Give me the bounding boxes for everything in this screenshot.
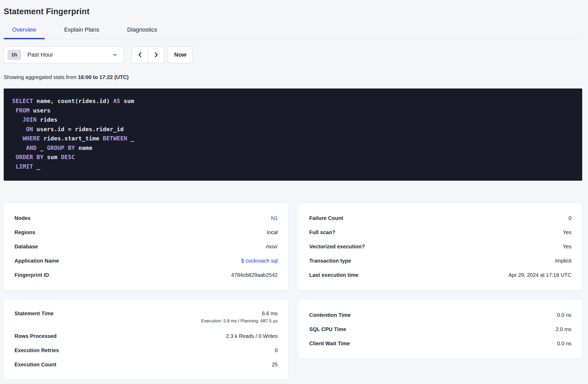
info-value: Yes bbox=[563, 244, 571, 250]
info-label: Full scan? bbox=[309, 229, 335, 235]
info-row: Execution Retries 0 bbox=[14, 343, 278, 357]
chevron-down-icon bbox=[112, 52, 118, 57]
info-value: 0 bbox=[275, 347, 278, 353]
info-label: Statement Time bbox=[14, 311, 54, 317]
time-nav-button-group bbox=[132, 46, 164, 63]
sql-code-line: AND _ GROUP BY name bbox=[12, 143, 574, 153]
nodes-link[interactable]: N1 bbox=[271, 215, 278, 221]
info-label: SQL CPU Time bbox=[309, 326, 346, 332]
now-button[interactable]: Now bbox=[168, 46, 193, 63]
chevron-right-icon bbox=[153, 52, 159, 58]
info-label: Client Wait Time bbox=[309, 341, 350, 347]
info-value: 0.0 ns bbox=[557, 341, 571, 347]
application-name-link[interactable]: $ cockroach sql bbox=[241, 258, 278, 264]
stats-note-prefix: Showing aggregated stats from bbox=[4, 74, 78, 80]
info-value: 0 bbox=[569, 215, 571, 221]
info-label: Application Name bbox=[14, 258, 59, 264]
info-row: Vectorized execution? Yes bbox=[309, 239, 571, 254]
info-label: Vectorized execution? bbox=[309, 244, 365, 250]
info-value: local bbox=[267, 229, 278, 235]
info-row: Statement Time 6.6 ms Execution: 5.8 ms … bbox=[14, 308, 278, 329]
info-row: Last execution time Apr 29, 2024 at 17:1… bbox=[309, 268, 571, 282]
time-range-dropdown[interactable]: 1h Past Hour bbox=[4, 46, 124, 63]
statement-fingerprint-page: Statement Fingerprint Overview Explain P… bbox=[0, 0, 588, 384]
last-execution-time-value: Apr 29, 2024 at 17:18 UTC bbox=[509, 272, 571, 278]
info-value: movr bbox=[266, 244, 278, 250]
time-controls: 1h Past Hour Now bbox=[4, 46, 582, 63]
sql-code-line: LIMIT _ bbox=[12, 162, 574, 171]
tab-explain-plans[interactable]: Explain Plans bbox=[56, 26, 108, 39]
info-label: Transaction type bbox=[309, 258, 351, 264]
info-label: Database bbox=[14, 244, 38, 250]
info-row: Database movr bbox=[14, 239, 278, 254]
info-label: Execution Retries bbox=[14, 347, 59, 353]
info-value: 0.0 ns bbox=[557, 312, 571, 318]
sql-statement-box: SELECT name, count(rides.id) AS sum FROM… bbox=[4, 88, 582, 181]
sql-code-line: ORDER BY sum DESC bbox=[12, 152, 574, 162]
fingerprint-id-value: 4784cb829aab2542 bbox=[231, 272, 278, 278]
sql-statement: SELECT name, count(rides.id) AS sum FROM… bbox=[12, 96, 574, 171]
info-value: Yes bbox=[563, 229, 571, 235]
next-time-button[interactable] bbox=[148, 47, 164, 63]
info-label: Regions bbox=[14, 229, 35, 235]
info-row: Transaction type Implicit bbox=[309, 254, 571, 268]
info-row: Regions local bbox=[14, 225, 278, 239]
wait-stats-card: Contention Time 0.0 ns SQL CPU Time 2.0 … bbox=[298, 300, 582, 359]
stats-note-range: 16:00 to 17:22 (UTC) bbox=[78, 74, 128, 80]
info-label: Fingerprint ID bbox=[14, 272, 49, 278]
info-row: Execution Count 25 bbox=[14, 357, 278, 372]
info-label: Failure Count bbox=[309, 215, 343, 221]
statement-time-value-block: 6.6 ms Execution: 5.8 ms / Planning: 687… bbox=[201, 311, 278, 324]
info-value: 6.6 ms bbox=[262, 311, 278, 317]
info-row: Fingerprint ID 4784cb829aab2542 bbox=[14, 268, 278, 282]
info-row: Client Wait Time 0.0 ns bbox=[309, 336, 571, 351]
tab-diagnostics[interactable]: Diagnostics bbox=[119, 26, 166, 39]
info-row: Failure Count 0 bbox=[309, 211, 571, 225]
page-title: Statement Fingerprint bbox=[4, 7, 582, 16]
info-label: Last execution time bbox=[309, 272, 358, 278]
sql-code-line: SELECT name, count(rides.id) AS sum bbox=[12, 96, 574, 106]
info-row: SQL CPU Time 2.0 ms bbox=[309, 322, 571, 336]
summary-cards: Nodes N1 Regions local Database movr App… bbox=[4, 203, 582, 380]
info-value: 25 bbox=[272, 362, 278, 368]
info-row: Nodes N1 bbox=[14, 211, 278, 225]
sql-code-line: JOIN rides bbox=[12, 115, 574, 125]
info-row: Contention Time 0.0 ns bbox=[309, 308, 571, 322]
sql-code-line: FROM users bbox=[12, 106, 574, 115]
chevron-left-icon bbox=[137, 52, 143, 58]
info-row: Rows Processed 2.3 k Reads / 0 Writes bbox=[14, 329, 278, 343]
tab-overview[interactable]: Overview bbox=[4, 26, 45, 39]
info-label: Nodes bbox=[14, 215, 31, 221]
time-range-label: Past Hour bbox=[27, 51, 53, 58]
info-label: Rows Processed bbox=[14, 333, 57, 339]
info-label: Contention Time bbox=[309, 312, 351, 318]
sql-code-line: ON users.id = rides.rider_id bbox=[12, 125, 574, 134]
sql-code-line: WHERE rides.start_time BETWEEN _ bbox=[12, 134, 574, 143]
statement-time-breakdown: Execution: 5.8 ms / Planning: 687.5 µs bbox=[201, 318, 278, 324]
statement-info-card: Nodes N1 Regions local Database movr App… bbox=[4, 203, 288, 290]
timing-stats-card: Statement Time 6.6 ms Execution: 5.8 ms … bbox=[4, 300, 288, 380]
tabs-bar: Overview Explain Plans Diagnostics bbox=[4, 26, 582, 39]
info-value: Implicit bbox=[555, 258, 571, 264]
info-row: Application Name $ cockroach sql bbox=[14, 254, 278, 268]
stats-note: Showing aggregated stats from 16:00 to 1… bbox=[4, 74, 582, 80]
info-value: 2.0 ms bbox=[556, 326, 571, 332]
execution-info-card: Failure Count 0 Full scan? Yes Vectorize… bbox=[298, 203, 582, 290]
previous-time-button[interactable] bbox=[132, 47, 148, 63]
info-label: Execution Count bbox=[14, 362, 56, 368]
info-value: 2.3 k Reads / 0 Writes bbox=[226, 333, 278, 339]
info-row: Full scan? Yes bbox=[309, 225, 571, 239]
time-range-badge: 1h bbox=[7, 50, 21, 60]
